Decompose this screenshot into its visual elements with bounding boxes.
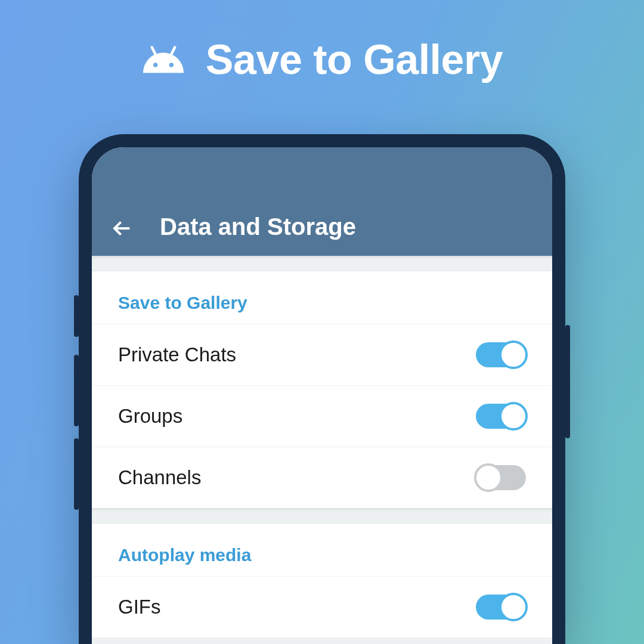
setting-row-gifs[interactable]: GIFs — [92, 576, 552, 637]
phone-side-button — [74, 355, 79, 426]
phone-side-button — [565, 325, 570, 438]
section-autoplay-media: Autoplay media GIFs — [92, 524, 552, 637]
toggle-private-chats[interactable] — [476, 342, 526, 367]
appbar-title: Data and Storage — [160, 213, 356, 240]
setting-label: Groups — [118, 405, 182, 428]
section-title: Autoplay media — [92, 524, 552, 576]
phone-screen: Data and Storage Save to Gallery Private… — [92, 147, 552, 644]
page-title: Save to Gallery — [206, 36, 503, 83]
svg-point-3 — [169, 63, 173, 67]
phone-side-button — [74, 438, 79, 510]
setting-row-channels[interactable]: Channels — [92, 447, 552, 508]
back-button[interactable] — [110, 216, 134, 240]
arrow-left-icon — [112, 219, 131, 238]
section-title: Save to Gallery — [92, 271, 552, 324]
app-bar: Data and Storage — [92, 147, 552, 256]
setting-label: GIFs — [118, 596, 161, 618]
toggle-groups[interactable] — [476, 404, 526, 429]
setting-row-groups[interactable]: Groups — [92, 385, 552, 447]
svg-point-2 — [153, 63, 157, 67]
page-header: Save to Gallery — [0, 36, 644, 83]
android-icon — [141, 42, 185, 78]
setting-row-private-chats[interactable]: Private Chats — [92, 324, 552, 385]
setting-label: Private Chats — [118, 343, 236, 366]
toggle-channels[interactable] — [476, 465, 526, 490]
setting-label: Channels — [118, 466, 201, 489]
section-save-to-gallery: Save to Gallery Private Chats Groups Cha… — [92, 271, 552, 508]
phone-side-button — [74, 295, 79, 337]
toggle-gifs[interactable] — [476, 595, 526, 620]
section-divider — [92, 508, 552, 524]
section-divider — [92, 256, 552, 271]
phone-frame: Data and Storage Save to Gallery Private… — [79, 134, 565, 644]
